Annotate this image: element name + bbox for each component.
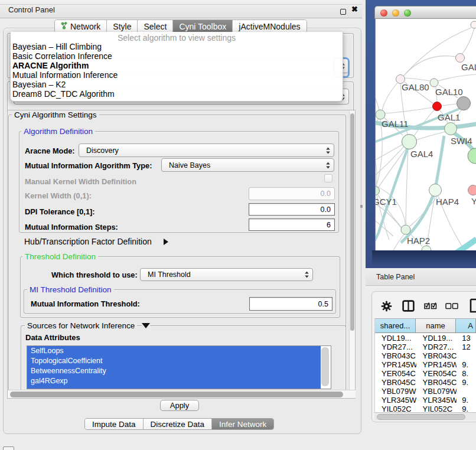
dropdown-item-aracne-algorithm[interactable]: ARACNE Algorithm	[11, 61, 343, 70]
tab-select[interactable]: Select	[138, 20, 173, 33]
settings-vscroll-thumb[interactable]	[350, 113, 354, 331]
network-edge[interactable]	[406, 149, 408, 225]
mi-steps-field[interactable]: 6	[249, 219, 335, 231]
apply-button[interactable]: Apply	[160, 400, 199, 411]
GAL11-node[interactable]	[376, 110, 385, 119]
document-icon[interactable]	[470, 298, 476, 313]
table-row[interactable]: YIL052CYIL052C9.	[375, 404, 476, 412]
dpi-tolerance-field[interactable]: 0.0	[249, 203, 335, 216]
node-table[interactable]: shared...nameA YDL19...YDL19...13YDR27..…	[374, 318, 476, 412]
close-traffic-light-icon[interactable]	[380, 9, 387, 17]
statusbar-partial-icon[interactable]	[3, 446, 14, 450]
gear-icon[interactable]	[381, 301, 392, 312]
unselect-all-columns-icon[interactable]	[445, 303, 458, 309]
network-edge[interactable]	[379, 148, 406, 187]
dropdown-item-bayesian-k2[interactable]: Bayesian – K2	[11, 80, 343, 89]
algorithm-definition-title: Algorithm Definition	[21, 127, 95, 136]
network-edge[interactable]	[405, 78, 430, 81]
close-icon[interactable]: ✖	[351, 5, 358, 14]
network-edge[interactable]	[462, 28, 474, 54]
GAL4-node[interactable]	[402, 135, 417, 149]
GAL7-node[interactable]	[456, 54, 465, 63]
GAL1-node[interactable]	[433, 102, 442, 111]
tab-network[interactable]: Network	[55, 20, 107, 33]
table-row[interactable]: YBL079WYBL079W	[375, 386, 476, 395]
table-row[interactable]: YLR345WYLR345W9.	[375, 395, 476, 404]
mi-threshold-field[interactable]: 0.5	[249, 297, 332, 311]
float-window-icon[interactable]	[340, 9, 346, 15]
table-row[interactable]: YDR27...YDR27...12	[375, 342, 476, 351]
pink-right-node[interactable]	[468, 185, 476, 195]
network-window-titlebar[interactable]	[374, 6, 476, 19]
attribute-item-partial	[27, 386, 321, 389]
gray-node[interactable]	[457, 97, 471, 110]
tab-style[interactable]: Style	[107, 20, 138, 33]
attributes-scrollbar-thumb[interactable]	[321, 347, 329, 386]
tab-discretize-data[interactable]: Discretize Data	[144, 419, 213, 429]
HAP2-node[interactable]	[401, 225, 410, 234]
select-all-columns-icon[interactable]	[424, 302, 437, 309]
aracne-mode-combo[interactable]: Discovery	[79, 144, 334, 157]
network-edge[interactable]	[382, 83, 397, 110]
big-green-node[interactable]	[468, 148, 476, 164]
mi-steps-label: Mutual Information Steps:	[25, 223, 118, 231]
manual-kernel-label: Manual Kernel Width Definition	[25, 177, 136, 186]
network-edge[interactable]	[442, 104, 457, 106]
table-row[interactable]: YPR145WYPR145W9.	[375, 360, 476, 369]
table-row[interactable]: YER054CYER054C8.	[375, 369, 476, 377]
table-hscroll-thumb[interactable]	[377, 414, 465, 420]
HAP4-node[interactable]	[429, 184, 442, 197]
SWI4-node[interactable]	[445, 123, 457, 135]
settings-vertical-scrollbar[interactable]	[349, 110, 355, 390]
attribute-item-selfloops[interactable]: SelfLoops	[27, 346, 321, 356]
column-header-name[interactable]: name	[416, 319, 456, 332]
expanded-arrow-icon[interactable]	[142, 323, 150, 328]
table-panel-toolbar	[371, 296, 476, 315]
attribute-item-topologicalcoefficient[interactable]: TopologicalCoefficient	[27, 356, 321, 366]
network-edge[interactable]	[385, 107, 432, 113]
attribute-item-gal4rgexp[interactable]: gal4RGexp	[27, 376, 321, 386]
network-edge[interactable]	[376, 148, 377, 186]
table-row[interactable]: YBR045CYBR045C9.	[375, 377, 476, 386]
splitpane-handle[interactable]	[360, 205, 363, 208]
GAL10-node[interactable]	[430, 79, 438, 87]
columns-icon[interactable]	[402, 300, 415, 312]
control-panel-title: Control Panel	[8, 5, 55, 14]
table-row[interactable]: YDL19...YDL19...13	[375, 333, 476, 342]
bottom-partial[interactable]	[422, 246, 431, 250]
attributes-scrollbar[interactable]	[321, 347, 329, 386]
data-attributes-list[interactable]: SelfLoopsTopologicalCoefficientBetweenne…	[27, 345, 331, 389]
dropdown-item-mutual-information-inference[interactable]: Mutual Information Inference	[11, 70, 343, 80]
zoom-traffic-light-icon[interactable]	[404, 9, 411, 17]
tab-infer-network[interactable]: Infer Network	[212, 419, 273, 429]
network-edge[interactable]	[404, 56, 456, 76]
collapsed-arrow-icon[interactable]	[163, 238, 169, 246]
hub-section-label[interactable]: Hub/Transcription Factor Definition	[24, 237, 152, 246]
network-edge[interactable]	[448, 239, 476, 250]
dropdown-item-basic-correlation-inference[interactable]: Basic Correlation Inference	[11, 51, 343, 61]
tab-impute-data[interactable]: Impute Data	[85, 419, 144, 429]
settings-hscroll-thumb[interactable]	[10, 392, 343, 397]
tab-jactivemnodules[interactable]: jActiveMNodules	[233, 20, 306, 33]
network-edge[interactable]	[410, 197, 437, 226]
manual-kernel-checkbox[interactable]	[324, 174, 332, 182]
network-canvas[interactable]: GAL7GAL80GAL10GAL1GAL11SWI4GAL4GCY1HAP4Y…	[375, 19, 476, 250]
top-partial[interactable]	[471, 21, 476, 28]
dropdown-item-bayesian-hill-climbing[interactable]: Bayesian – Hill Climbing	[11, 42, 343, 51]
network-edge[interactable]	[438, 74, 476, 81]
mi-type-combo[interactable]: Naive Bayes	[161, 158, 334, 172]
dropdown-item-dream8-dc-tdc-algorithm[interactable]: Dream8 DC_TDC Algorithm	[11, 89, 343, 99]
settings-horizontal-scrollbar[interactable]	[8, 390, 356, 398]
network-edge[interactable]	[376, 90, 379, 110]
kernel-width-field[interactable]: 0.0	[249, 187, 335, 200]
which-threshold-combo[interactable]: MI Threshold	[140, 268, 313, 281]
column-header-shared-[interactable]: shared...	[375, 319, 416, 332]
network-edge[interactable]	[416, 132, 445, 140]
minimize-traffic-light-icon[interactable]	[392, 9, 399, 17]
attribute-item-betweennesscentrality[interactable]: BetweennessCentrality	[27, 366, 321, 376]
column-header-a[interactable]: A	[456, 319, 476, 332]
table-row[interactable]: YBR043CYBR043C	[375, 351, 476, 360]
network-edge[interactable]	[376, 119, 382, 187]
table-horizontal-scrollbar[interactable]	[374, 412, 476, 420]
tab-cyni-toolbox[interactable]: Cyni Toolbox	[173, 20, 233, 33]
